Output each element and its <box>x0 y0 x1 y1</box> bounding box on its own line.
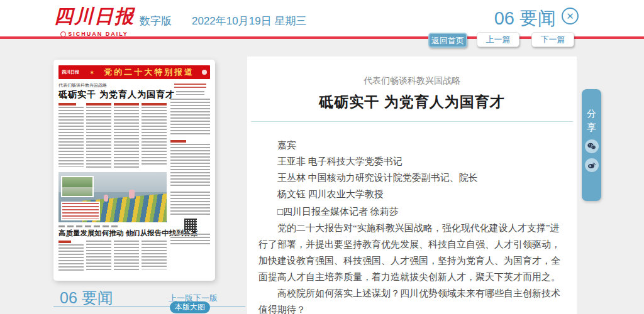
text-column <box>58 103 84 169</box>
article-panel: 代表们畅谈科教兴国战略 砥砺实干 为党育人为国育才 嘉宾 王亚非 电子科技大学党… <box>247 57 577 314</box>
text-column <box>86 103 111 169</box>
share-tab: 分享 <box>582 89 601 201</box>
text-column <box>114 241 139 272</box>
sichuan-daily-logo[interactable]: 四川日报 SICHUAN DAILY <box>50 4 138 37</box>
photo-caption-box <box>61 202 100 220</box>
newspaper-body: 代表们畅谈科教兴国战略 砥砺实干 为党育人为国育才 高质量发展如何推动 他们从报… <box>58 82 210 266</box>
guests-label: 嘉宾 <box>277 137 565 153</box>
text-column <box>142 103 167 169</box>
banner-title: 党的二十大特别报道 <box>96 67 202 78</box>
text-column <box>142 241 167 272</box>
worker-figure <box>129 190 135 198</box>
site-header: 四川日报 SICHUAN DAILY 数字版 2022年10月19日 星期三 0… <box>0 0 644 36</box>
title-divider <box>251 121 573 122</box>
next-article-button[interactable]: 下一篇 <box>531 32 574 47</box>
newspaper-main-area: 代表们畅谈科教兴国战略 砥砺实干 为党育人为国育才 高质量发展如何推动 他们从报… <box>58 82 167 266</box>
thumb-article-kicker: 代表们畅谈科教兴国战略 <box>58 82 167 89</box>
prev-article-button[interactable]: 上一篇 <box>477 32 519 47</box>
article-paragraph: 党的二十大报告对“实施科教兴国战略，强化现代化建设人才支撑”进行了部署，并提出要… <box>258 220 565 285</box>
text-column <box>58 241 84 272</box>
special-report-banner: 四川日报 ✶ 党的二十大特别报道 <box>58 65 210 79</box>
thumbnail-text-columns <box>58 241 167 272</box>
full-page-view-button[interactable]: 本版大图 <box>170 301 210 313</box>
article-paragraph: 高校院所如何落实上述谋划？四川优势领域未来有哪些自主创新技术值得期待？ <box>258 285 565 314</box>
share-label: 分享 <box>587 107 596 134</box>
article-body: 嘉宾 王亚非 电子科技大学党委书记 王丛林 中国核动力研究设计院党委副书记、院长… <box>247 137 577 314</box>
text-column <box>86 241 111 272</box>
wechat-share-icon[interactable] <box>585 139 599 153</box>
wechat-icon <box>587 143 596 150</box>
newspaper-side-column <box>170 82 210 266</box>
photo-inset-road <box>61 176 94 197</box>
guest-item: 杨文钰 四川农业大学教授 <box>277 186 565 202</box>
banner-badge-icon <box>202 70 207 75</box>
weibo-icon <box>587 161 596 169</box>
thumbnail-text-columns <box>58 103 167 169</box>
party-emblem-icon: ✶ <box>89 69 94 76</box>
guest-item: 王亚非 电子科技大学党委书记 <box>277 153 565 170</box>
digital-edition-link[interactable]: 数字版 <box>140 14 172 28</box>
guest-item: 王丛林 中国核动力研究设计院党委副书记、院长 <box>277 170 565 186</box>
article-byline: □四川日报全媒体记者 徐莉莎 <box>258 203 565 220</box>
page-indicator: 06 要闻 <box>494 6 556 31</box>
page-number-label: 06 要闻 <box>60 288 113 308</box>
guest-list: 嘉宾 王亚非 电子科技大学党委书记 王丛林 中国核动力研究设计院党委副书记、院长… <box>277 137 565 202</box>
text-column <box>114 103 139 169</box>
newspaper-page-thumbnail[interactable]: 四川日报 ✶ 党的二十大特别报道 代表们畅谈科教兴国战略 砥砺实干 为党育人为国… <box>53 60 215 281</box>
newspaper-photo <box>58 172 167 222</box>
weibo-share-icon[interactable] <box>585 158 599 172</box>
qr-code <box>184 219 197 231</box>
footer-divider-line <box>53 306 245 307</box>
close-icon[interactable]: ✕ <box>562 8 579 24</box>
worker-figure <box>104 195 108 202</box>
thumb-second-headline: 高质量发展如何推动 他们从报告中找到答案 <box>58 229 167 238</box>
thumb-second-eyebrow <box>58 225 118 227</box>
article-title: 砥砺实干 为党育人为国育才 <box>247 92 577 112</box>
back-home-button[interactable]: 返回首页 <box>428 33 467 48</box>
date-label: 2022年10月19日 星期三 <box>192 14 306 28</box>
article-kicker: 代表们畅谈科教兴国战略 <box>247 75 577 87</box>
logo-title: 四川日报 <box>50 4 138 30</box>
thumb-article-headline: 砥砺实干 为党育人为国育才 <box>58 89 167 100</box>
banner-logo-text: 四川日报 <box>62 69 89 75</box>
